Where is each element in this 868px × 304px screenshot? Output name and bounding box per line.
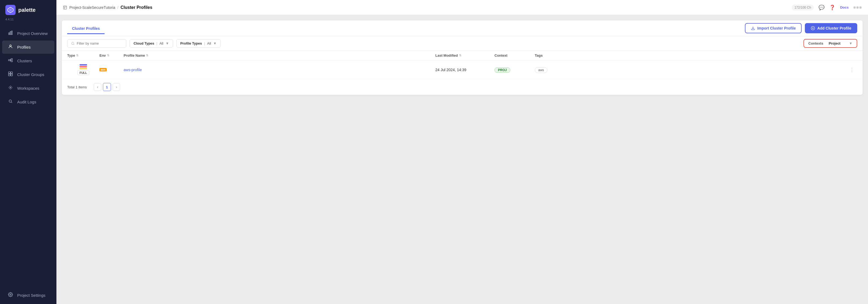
breadcrumb-project[interactable]: Project-ScaleSecureTutoria xyxy=(69,5,115,10)
table-row[interactable]: FULL aws aws-profile 24 Jul 2024, 14:39 xyxy=(62,60,863,79)
cell-context: PROJ xyxy=(494,68,535,72)
add-cluster-profile-button[interactable]: Add Cluster Profile xyxy=(805,23,857,33)
sidebar-item-audit-logs[interactable]: Audit Logs xyxy=(2,95,54,108)
sidebar: palette 4.4.11 Project Overview Profiles… xyxy=(0,0,56,304)
col-env[interactable]: Env ⇅ xyxy=(99,54,124,58)
sidebar-item-profiles[interactable]: Profiles xyxy=(2,40,54,54)
cell-actions[interactable]: ⋮ xyxy=(846,67,857,73)
svg-point-14 xyxy=(9,100,11,102)
search-input[interactable] xyxy=(76,41,122,45)
svg-rect-16 xyxy=(63,6,67,9)
topbar: Project-ScaleSecureTutoria / Cluster Pro… xyxy=(56,0,868,15)
page-1-button[interactable]: 1 xyxy=(103,83,111,91)
logo: palette xyxy=(0,0,56,17)
aws-logo: aws xyxy=(99,68,124,71)
cluster-groups-icon xyxy=(7,71,13,78)
sort-icon-last-modified: ⇅ xyxy=(459,54,461,57)
sidebar-item-label: Profiles xyxy=(17,45,31,49)
sidebar-item-label: Project Overview xyxy=(17,31,48,36)
main-content: Project-ScaleSecureTutoria / Cluster Pro… xyxy=(56,0,868,304)
table-header: Type ⇅ Env ⇅ Profile Name ⇅ Last Modifie… xyxy=(62,51,863,60)
svg-rect-4 xyxy=(11,31,12,35)
chart-icon xyxy=(7,30,13,36)
sidebar-nav: Project Overview Profiles Clusters Clust… xyxy=(0,25,56,304)
usage-indicator: 172/100 Ch xyxy=(792,5,814,10)
tab-cluster-profiles[interactable]: Cluster Profiles xyxy=(67,23,104,34)
breadcrumb-separator: / xyxy=(118,5,119,10)
cell-tags: aws xyxy=(535,68,846,72)
col-type[interactable]: Type ⇅ xyxy=(67,54,99,58)
profile-types-chevron: ▼ xyxy=(213,41,217,45)
sidebar-item-label: Cluster Groups xyxy=(17,72,44,77)
svg-point-21 xyxy=(72,42,74,44)
sidebar-item-clusters[interactable]: Clusters xyxy=(2,54,54,67)
sidebar-item-project-overview[interactable]: Project Overview xyxy=(2,27,54,40)
profiles-icon xyxy=(7,44,13,50)
filter-bar: Cloud Types | All ▼ Profile Types | All … xyxy=(62,36,863,51)
topbar-right: 172/100 Ch 💬 ❓ Docs xyxy=(792,5,862,10)
sidebar-item-workspaces[interactable]: Workspaces xyxy=(2,82,54,95)
svg-rect-2 xyxy=(9,33,9,35)
sidebar-item-project-settings[interactable]: Project Settings xyxy=(2,289,54,302)
svg-rect-3 xyxy=(10,32,11,35)
col-profile-name[interactable]: Profile Name ⇅ xyxy=(124,54,435,58)
chat-icon[interactable]: 💬 xyxy=(818,5,825,10)
help-icon[interactable]: ❓ xyxy=(829,5,835,10)
svg-point-13 xyxy=(10,87,11,88)
version-label: 4.4.11 xyxy=(0,17,56,25)
status-dot-3 xyxy=(859,6,862,9)
breadcrumb-current: Cluster Profiles xyxy=(121,5,152,10)
profile-types-filter[interactable]: Profile Types | All ▼ xyxy=(176,39,221,47)
content-area: Cluster Profiles Import Cluster Profile … xyxy=(56,15,868,304)
logo-text: palette xyxy=(18,7,35,13)
type-badge: FULL xyxy=(78,70,89,75)
cell-type: FULL xyxy=(67,64,99,75)
context-filter[interactable]: Contexts Project ▼ xyxy=(804,39,857,48)
import-cluster-profile-button[interactable]: Import Cluster Profile xyxy=(745,23,802,33)
col-tags: Tags xyxy=(535,54,846,58)
svg-rect-6 xyxy=(9,60,10,61)
sidebar-item-label: Project Settings xyxy=(17,293,45,298)
context-chevron: ▼ xyxy=(849,41,852,45)
aws-icon-box: aws xyxy=(99,68,107,71)
breadcrumb: Project-ScaleSecureTutoria / Cluster Pro… xyxy=(63,5,152,10)
clusters-icon xyxy=(7,58,13,64)
svg-rect-8 xyxy=(11,61,12,62)
search-box[interactable] xyxy=(67,39,126,47)
cloud-types-filter[interactable]: Cloud Types | All ▼ xyxy=(129,39,173,47)
sidebar-item-label: Workspaces xyxy=(17,86,39,91)
sort-icon-type: ⇅ xyxy=(76,54,79,57)
svg-rect-11 xyxy=(9,74,10,76)
audit-logs-icon xyxy=(7,99,13,105)
sidebar-item-label: Audit Logs xyxy=(17,100,36,104)
col-context: Context xyxy=(494,54,535,58)
context-badge: PROJ xyxy=(494,67,510,73)
row-menu-icon[interactable]: ⋮ xyxy=(849,67,854,73)
col-last-modified[interactable]: Last Modified ⇅ xyxy=(435,54,494,58)
sidebar-item-cluster-groups[interactable]: Cluster Groups xyxy=(2,68,54,81)
full-type-icon xyxy=(80,64,87,69)
status-dot-2 xyxy=(857,6,859,9)
svg-rect-9 xyxy=(9,72,10,74)
svg-point-15 xyxy=(10,294,11,295)
cell-env: aws xyxy=(99,68,124,71)
svg-point-5 xyxy=(10,45,11,46)
prev-page-button[interactable]: ‹ xyxy=(94,83,101,91)
sort-icon-env: ⇅ xyxy=(107,54,110,57)
tag-badge: aws xyxy=(535,67,548,73)
sidebar-item-label: Clusters xyxy=(17,59,32,63)
svg-rect-10 xyxy=(11,72,12,74)
total-items-label: Total 1 items xyxy=(67,85,87,89)
cluster-profiles-panel: Cluster Profiles Import Cluster Profile … xyxy=(62,21,863,95)
svg-rect-12 xyxy=(11,74,12,76)
add-icon xyxy=(811,26,815,30)
next-page-button[interactable]: › xyxy=(113,83,120,91)
logo-icon xyxy=(5,5,16,15)
cell-last-modified: 24 Jul 2024, 14:39 xyxy=(435,68,494,72)
cloud-types-chevron: ▼ xyxy=(165,41,169,45)
docs-link[interactable]: Docs xyxy=(840,5,849,9)
svg-rect-7 xyxy=(11,59,12,60)
sort-icon-profile-name: ⇅ xyxy=(146,54,148,57)
cell-profile-name[interactable]: aws-profile xyxy=(124,68,435,72)
search-icon xyxy=(71,42,74,45)
